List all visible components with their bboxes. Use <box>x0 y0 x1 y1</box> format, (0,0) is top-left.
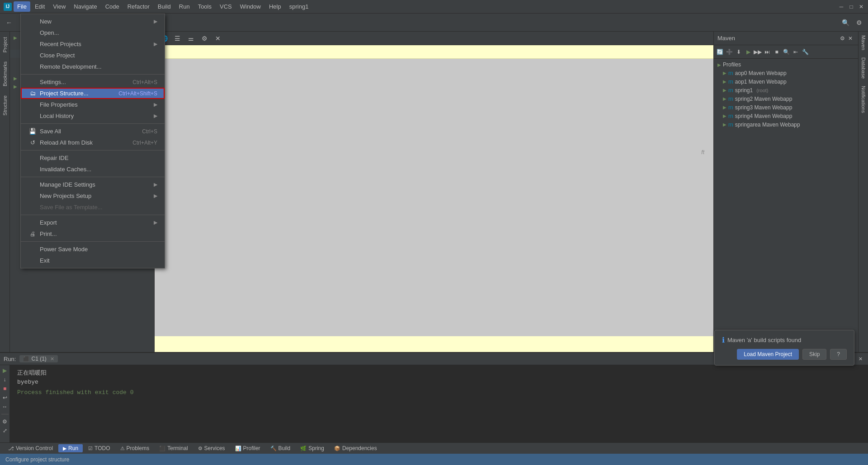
maven-notification: ℹ Maven 'a' build scripts found Load Mav… <box>714 330 854 366</box>
settings-button[interactable]: ⚙ <box>854 17 864 28</box>
right-tab-notifications[interactable]: Notifications <box>859 82 868 117</box>
menu-vcs[interactable]: VCS <box>216 1 236 12</box>
menu-item-repair-ide[interactable]: Repair IDE <box>21 152 165 164</box>
load-maven-button[interactable]: Load Maven Project <box>737 349 799 360</box>
profiles-label: Profiles <box>723 61 741 68</box>
maven-run-icon[interactable]: ▶ <box>744 48 752 56</box>
menu-refactor[interactable]: Refactor <box>124 1 153 12</box>
expand-arrow-icon: ▶ <box>723 122 726 127</box>
menu-item-new-projects-setup[interactable]: New Projects Setup ▶ <box>21 190 165 202</box>
maven-stop-icon[interactable]: ■ <box>773 48 781 56</box>
help-button[interactable]: ? <box>830 349 847 360</box>
notif-actions: Load Maven Project Skip ? <box>722 349 847 360</box>
maximize-button[interactable]: □ <box>848 4 854 10</box>
menu-item-reload-disk[interactable]: ↺ Reload All from Disk Ctrl+Alt+Y <box>21 137 165 148</box>
menu-item-open[interactable]: Open... <box>21 27 165 38</box>
maven-search-icon[interactable]: 🔍 <box>782 48 790 56</box>
menu-item-power-save[interactable]: Power Save Mode <box>21 244 165 255</box>
status-tab-spring[interactable]: 🌿 Spring <box>296 444 329 452</box>
close-icon[interactable]: ✕ <box>212 33 223 44</box>
menu-view[interactable]: View <box>49 1 69 12</box>
menu-item-recent-projects[interactable]: Recent Projects ▶ <box>21 38 165 50</box>
status-tab-profiler[interactable]: 📊 Profiler <box>231 444 265 452</box>
menu-item-export[interactable]: Export ▶ <box>21 217 165 228</box>
status-tab-run[interactable]: ▶ Run <box>58 444 83 452</box>
maven-refresh-icon[interactable]: 🔄 <box>716 48 724 56</box>
maven-run-all-icon[interactable]: ▶▶ <box>754 48 762 56</box>
sidebar-item-structure[interactable]: Structure <box>1 92 9 119</box>
right-tab-maven[interactable]: Maven <box>859 32 868 54</box>
run-wrap-icon[interactable]: ↔ <box>1 403 9 410</box>
maven-collapse-icon[interactable]: ⇤ <box>792 48 800 56</box>
menu-file[interactable]: File <box>14 1 30 12</box>
maven-spring4[interactable]: ▶ m spring4 Maven Webapp <box>714 112 858 120</box>
run-expand-icon[interactable]: ⤢ <box>1 427 9 434</box>
back-button[interactable]: ← <box>4 17 14 28</box>
maven-profiles[interactable]: ▶ Profiles <box>714 61 858 69</box>
run-down-icon[interactable]: ↓ <box>1 376 9 383</box>
menu-item-manage-ide-settings[interactable]: Manage IDE Settings ▶ <box>21 179 165 190</box>
profiler-icon: 📊 <box>235 446 241 451</box>
status-tab-dependencies[interactable]: 📦 Dependencies <box>330 444 382 452</box>
menu-item-new[interactable]: New ▶ <box>21 16 165 27</box>
editor-content[interactable]: ft <box>155 59 713 336</box>
run-close-icon[interactable]: ✕ <box>856 355 864 363</box>
run-rerun-icon[interactable]: ↩ <box>1 394 9 401</box>
maven-close-icon[interactable]: ✕ <box>846 34 854 42</box>
maven-spring3[interactable]: ▶ m spring3 Maven Webapp <box>714 103 858 112</box>
skip-button[interactable]: Skip <box>802 349 826 360</box>
menu-item-invalidate-caches[interactable]: Invalidate Caches... <box>21 164 165 175</box>
maven-spring2[interactable]: ▶ m spring2 Maven Webapp <box>714 94 858 103</box>
run-tab-close[interactable]: ✕ <box>50 356 54 362</box>
sidebar-item-project[interactable]: Project <box>1 33 9 56</box>
maven-aop1[interactable]: ▶ m aop1 Maven Webapp <box>714 77 858 86</box>
list-alt-icon: ⚌ <box>185 33 196 44</box>
run-label: Run: <box>4 356 16 362</box>
maven-settings-icon[interactable]: ⚙ <box>838 34 846 42</box>
menu-item-print[interactable]: 🖨 Print... <box>21 228 165 240</box>
menu-build[interactable]: Build <box>154 1 175 12</box>
maven-aop0[interactable]: ▶ m aop0 Maven Webapp <box>714 69 858 77</box>
menu-item-project-structure[interactable]: 🗂 Project Structure... Ctrl+Alt+Shift+S <box>21 88 165 99</box>
search-everywhere-button[interactable]: 🔍 <box>840 17 851 28</box>
gear-icon[interactable]: ⚙ <box>199 33 210 44</box>
maven-download-icon[interactable]: ⬇ <box>735 48 743 56</box>
expand-arrow-icon: ▶ <box>723 88 726 93</box>
menu-item-close-project[interactable]: Close Project <box>21 50 165 61</box>
run-play-icon[interactable]: ▶ <box>1 367 9 374</box>
maven-springarea[interactable]: ▶ m springarea Maven Webapp <box>714 120 858 129</box>
menu-run[interactable]: Run <box>175 1 193 12</box>
menu-item-exit[interactable]: Exit <box>21 255 165 266</box>
menu-edit[interactable]: Edit <box>31 1 48 12</box>
menu-item-local-history[interactable]: Local History ▶ <box>21 110 165 122</box>
menu-item-settings[interactable]: Settings... Ctrl+Alt+S <box>21 76 165 88</box>
maven-panel-header: Maven ⚙ ✕ <box>714 32 858 45</box>
maven-add-icon[interactable]: ➕ <box>725 48 733 56</box>
maven-spring1[interactable]: ▶ m spring1 (root) <box>714 86 858 94</box>
menu-tools[interactable]: Tools <box>194 1 215 12</box>
menu-navigate[interactable]: Navigate <box>70 1 100 12</box>
status-tab-terminal[interactable]: ⬛ Terminal <box>155 444 192 452</box>
status-tab-build[interactable]: 🔨 Build <box>266 444 295 452</box>
run-stop-icon[interactable]: ■ <box>1 385 9 392</box>
right-tab-database[interactable]: Database <box>859 54 868 82</box>
menu-item-save-all[interactable]: 💾 Save All Ctrl+S <box>21 126 165 137</box>
run-filter-icon[interactable]: ⚙ <box>1 418 9 425</box>
maven-skip-icon[interactable]: ⏭ <box>763 48 771 56</box>
menu-item-file-properties[interactable]: File Properties ▶ <box>21 99 165 110</box>
menu-code[interactable]: Code <box>102 1 123 12</box>
run-tab[interactable]: ⬛ C1 (1) ✕ <box>19 355 57 362</box>
menu-help[interactable]: Help <box>265 1 285 12</box>
status-tab-version-control[interactable]: ⎇ Version Control <box>4 444 57 452</box>
maven-wrench-icon[interactable]: 🔧 <box>801 48 809 56</box>
status-tab-problems[interactable]: ⚠ Problems <box>116 444 154 452</box>
status-tab-todo[interactable]: ☑ TODO <box>84 444 114 452</box>
expand-arrow-icon: ▶ <box>723 70 726 75</box>
menu-window[interactable]: Window <box>236 1 264 12</box>
status-tab-services[interactable]: ⚙ Services <box>193 444 230 452</box>
minimize-button[interactable]: ─ <box>838 4 844 10</box>
close-button[interactable]: ✕ <box>858 4 864 10</box>
sidebar-item-bookmarks[interactable]: Bookmarks <box>1 58 9 90</box>
menu-item-remote-dev[interactable]: Remote Development... <box>21 61 165 72</box>
reload-icon: ↺ <box>28 139 37 146</box>
